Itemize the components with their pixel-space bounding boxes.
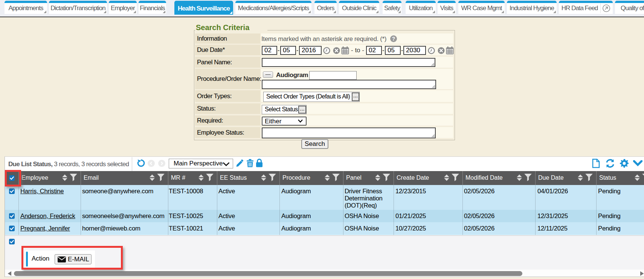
svg-text:?: ?: [392, 36, 395, 42]
